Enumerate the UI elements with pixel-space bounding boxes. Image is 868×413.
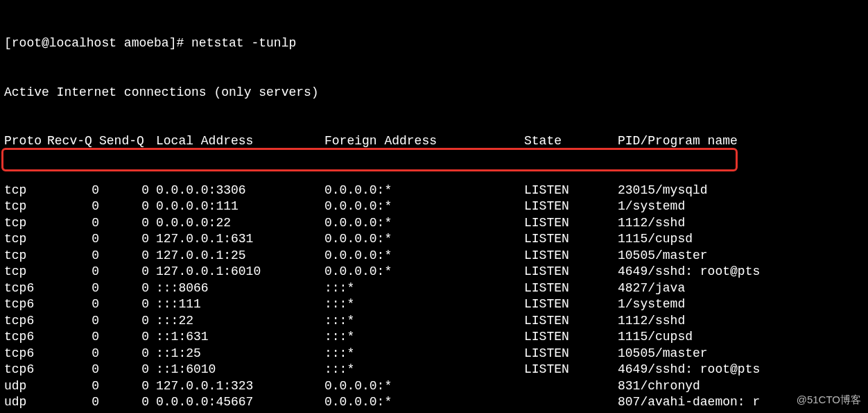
header-state: State: [524, 133, 618, 150]
cell-prog: 807/avahi-daemon: r: [618, 394, 760, 411]
cell-recvq: 0: [54, 346, 99, 362]
cell-local: ::1:25: [149, 346, 324, 362]
cell-sendq: 0: [99, 411, 149, 414]
cell-foreign: :::*: [324, 280, 524, 297]
cell-recvq: 0: [54, 248, 99, 264]
cell-foreign: 0.0.0.0:*: [324, 231, 524, 248]
cell-prog: 4827/java: [618, 280, 685, 297]
table-row: tcp000.0.0.0:1110.0.0.0:*LISTEN1/systemd: [4, 199, 868, 215]
cell-proto: tcp6: [4, 362, 54, 378]
cell-proto: tcp: [4, 183, 54, 199]
table-row: udp00127.0.0.1:3230.0.0.0:*831/chronyd: [4, 378, 868, 395]
terminal-output[interactable]: [root@localhost amoeba]# netstat -tunlp …: [0, 3, 868, 413]
table-row: tcp00127.0.0.1:250.0.0.0:*LISTEN10505/ma…: [4, 248, 868, 264]
cell-state: LISTEN: [524, 215, 618, 232]
cell-sendq: 0: [99, 183, 149, 199]
cell-recvq: 0: [54, 329, 99, 346]
cell-prog: 11931/rpcbind: [618, 411, 715, 414]
cell-state: LISTEN: [524, 346, 618, 362]
cell-proto: udp: [4, 378, 54, 395]
table-row: tcp600:::22:::*LISTEN1112/sshd: [4, 313, 868, 330]
cell-local: 0.0.0.0:658: [149, 411, 324, 414]
cell-proto: tcp6: [4, 313, 54, 330]
cell-state: LISTEN: [524, 231, 618, 248]
cell-proto: tcp: [4, 264, 54, 280]
cell-local: 0.0.0.0:3306: [149, 183, 324, 199]
cell-state: LISTEN: [524, 329, 618, 346]
cell-recvq: 0: [54, 378, 99, 395]
cell-sendq: 0: [99, 264, 149, 280]
cell-foreign: 0.0.0.0:*: [324, 264, 524, 280]
cell-sendq: 0: [99, 231, 149, 248]
cell-prog: 1112/sshd: [618, 313, 685, 330]
cell-recvq: 0: [54, 199, 99, 215]
cell-recvq: 0: [54, 411, 99, 414]
title-line: Active Internet connections (only server…: [4, 85, 868, 101]
cell-foreign: 0.0.0.0:*: [324, 378, 524, 395]
cell-state: LISTEN: [524, 248, 618, 264]
cell-prog: 10505/master: [618, 248, 708, 264]
cell-local: :::111: [149, 296, 324, 313]
table-row: tcp600:::111:::*LISTEN1/systemd: [4, 296, 868, 313]
table-header: ProtoRecv-QSend-QLocal AddressForeign Ad…: [4, 133, 868, 150]
cell-local: 0.0.0.0:111: [149, 199, 324, 215]
cell-recvq: 0: [54, 231, 99, 248]
cell-prog: 1112/sshd: [618, 215, 685, 232]
cell-sendq: 0: [99, 329, 149, 346]
table-row: tcp600:::8066:::*LISTEN4827/java: [4, 280, 868, 297]
cell-state: LISTEN: [524, 199, 618, 215]
cell-sendq: 0: [99, 199, 149, 215]
cell-proto: tcp6: [4, 329, 54, 346]
command-line: [root@localhost amoeba]# netstat -tunlp: [4, 35, 868, 52]
cell-recvq: 0: [54, 264, 99, 280]
cell-local: 127.0.0.1:323: [149, 378, 324, 395]
cell-local: 127.0.0.1:6010: [149, 264, 324, 280]
cell-recvq: 0: [54, 296, 99, 313]
cell-recvq: 0: [54, 280, 99, 297]
cell-proto: tcp: [4, 215, 54, 232]
cell-sendq: 0: [99, 215, 149, 232]
cell-foreign: :::*: [324, 329, 524, 346]
cell-proto: udp: [4, 394, 54, 411]
cell-proto: tcp: [4, 231, 54, 248]
cell-state: LISTEN: [524, 183, 618, 199]
cell-proto: tcp6: [4, 296, 54, 313]
cell-sendq: 0: [99, 362, 149, 378]
cell-prog: 831/chronyd: [618, 378, 700, 395]
table-row: udp000.0.0.0:456670.0.0.0:*807/avahi-dae…: [4, 394, 868, 411]
cell-local: ::1:631: [149, 329, 324, 346]
cell-proto: tcp: [4, 248, 54, 264]
cell-foreign: :::*: [324, 362, 524, 378]
header-local: Local Address: [149, 133, 324, 150]
cell-sendq: 0: [99, 346, 149, 362]
cell-recvq: 0: [54, 313, 99, 330]
cell-recvq: 0: [54, 394, 99, 411]
table-row: udp000.0.0.0:6580.0.0.0:*11931/rpcbind: [4, 411, 868, 414]
cell-prog: 10505/master: [618, 346, 708, 362]
header-foreign: Foreign Address: [324, 133, 524, 150]
cell-local: 0.0.0.0:22: [149, 215, 324, 232]
cell-prog: 1/systemd: [618, 199, 685, 215]
table-row: tcp600::1:25:::*LISTEN10505/master: [4, 346, 868, 362]
cell-local: ::1:6010: [149, 362, 324, 378]
cell-foreign: :::*: [324, 296, 524, 313]
cell-foreign: 0.0.0.0:*: [324, 248, 524, 264]
cell-foreign: 0.0.0.0:*: [324, 394, 524, 411]
cell-foreign: :::*: [324, 313, 524, 330]
cell-state: LISTEN: [524, 280, 618, 297]
header-prog: PID/Program name: [618, 133, 738, 150]
header-proto: Proto: [4, 133, 47, 150]
cell-recvq: 0: [54, 362, 99, 378]
cell-foreign: 0.0.0.0:*: [324, 411, 524, 414]
cell-local: :::22: [149, 313, 324, 330]
cell-sendq: 0: [99, 394, 149, 411]
cell-recvq: 0: [54, 183, 99, 199]
cell-proto: tcp6: [4, 280, 54, 297]
cell-proto: udp: [4, 411, 54, 414]
header-sendq: Send-Q: [99, 133, 149, 150]
cell-sendq: 0: [99, 280, 149, 297]
cell-state: LISTEN: [524, 362, 618, 378]
cell-prog: 4649/sshd: root@pts: [618, 362, 760, 378]
cell-prog: 1/systemd: [618, 296, 685, 313]
cell-sendq: 0: [99, 248, 149, 264]
